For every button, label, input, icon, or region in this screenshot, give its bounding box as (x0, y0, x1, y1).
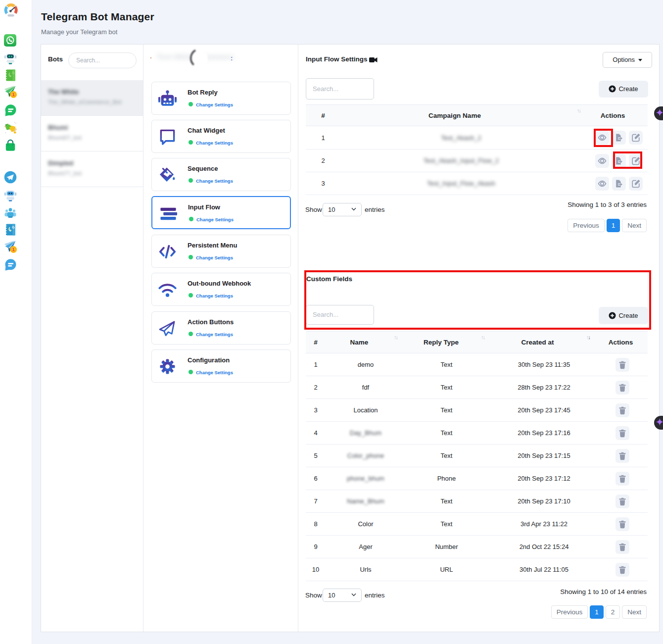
svg-text:1: 1 (12, 92, 15, 97)
svg-text:1: 1 (12, 247, 15, 252)
